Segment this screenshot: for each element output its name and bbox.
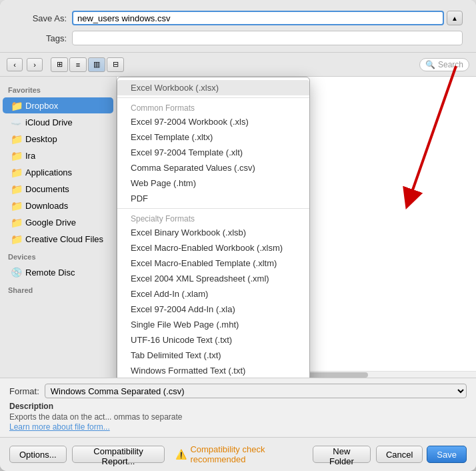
top-bar: Save As: ▲ Tags: — [0, 0, 476, 53]
folder-icon: 📁 — [11, 200, 21, 211]
bottom-area: Format: Windows Comma Separated (.csv) D… — [0, 378, 476, 437]
new-folder-button[interactable]: New Folder — [313, 446, 371, 463]
sidebar-item-icloud[interactable]: ☁️ iCloud Drive — [3, 114, 113, 130]
warning-icon: ⚠️ — [175, 449, 187, 460]
sidebar-item-applications[interactable]: 📁 Applications — [3, 164, 113, 180]
description-label: Description — [9, 402, 53, 411]
dropdown-item[interactable]: PDF — [117, 191, 309, 206]
compatibility-message: ⚠️ Compatibility check recommended — [175, 444, 301, 464]
compatibility-report-button[interactable]: Compatibility Report... — [72, 446, 165, 463]
compatibility-text: Compatibility check recommended — [190, 444, 301, 464]
dropdown-item[interactable]: Excel 2004 XML Spreadsheet (.xml) — [117, 271, 309, 286]
search-box[interactable]: 🔍 Search — [419, 58, 469, 71]
sidebar-item-label: Downloads — [25, 201, 68, 211]
tags-input[interactable] — [72, 31, 463, 45]
format-dropdown: Excel Workbook (.xlsx) Common Formats Ex… — [117, 77, 310, 378]
view-list-button[interactable]: ≡ — [69, 57, 87, 72]
sidebar-item-desktop[interactable]: 📁 Desktop — [3, 131, 113, 147]
folder-icon: 📁 — [11, 217, 21, 227]
description-text: Exports the data on the act... ommas to … — [9, 412, 467, 422]
view-col-button[interactable]: ▥ — [88, 57, 105, 72]
sidebar-item-google-drive[interactable]: 📁 Google Drive — [3, 214, 113, 230]
cancel-save-group: Cancel Save — [376, 446, 467, 463]
sidebar-item-remote-disc[interactable]: 💿 Remote Disc — [3, 264, 113, 280]
dropdown-item[interactable]: Excel Template (.xltx) — [117, 129, 309, 145]
format-label: Format: — [9, 386, 39, 396]
folder-icon: 📁 — [11, 100, 21, 111]
cloud-icon: ☁️ — [11, 117, 21, 127]
dropdown-header-item[interactable]: Excel Workbook (.xlsx) — [117, 80, 309, 95]
middle-section: ‹ › ⊞ ≡ ▥ ⊟ 🔍 Search Favorites 📁 Dropbox… — [0, 53, 476, 378]
sidebar-section-favorites: Favorites — [0, 81, 116, 97]
dropdown-item[interactable]: Excel 97-2004 Template (.xlt) — [117, 145, 309, 160]
dropdown-item[interactable]: Web Page (.htm) — [117, 175, 309, 191]
separator — [117, 208, 309, 209]
dropdown-item[interactable]: Excel Binary Workbook (.xlsb) — [117, 225, 309, 240]
sidebar-section-shared: Shared — [0, 281, 116, 297]
sidebar-item-label: Desktop — [25, 134, 57, 144]
sidebar-item-creative-cloud[interactable]: 📁 Creative Cloud Files — [3, 231, 113, 247]
back-button[interactable]: ‹ — [7, 58, 23, 71]
folder-icon: 📁 — [11, 183, 21, 194]
learn-more-link[interactable]: Learn more about file form... — [9, 422, 110, 432]
dropdown-item[interactable]: Excel 97-2004 Add-In (.xla) — [117, 302, 309, 317]
bottom-buttons: Options... Compatibility Report... ⚠️ Co… — [0, 437, 476, 471]
search-icon: 🔍 — [425, 60, 435, 69]
dropdown-item[interactable]: Windows Formatted Text (.txt) — [117, 363, 309, 378]
dropdown-item[interactable]: UTF-16 Unicode Text (.txt) — [117, 332, 309, 348]
tags-label: Tags: — [13, 33, 67, 43]
save-as-row: Save As: ▲ — [13, 11, 463, 25]
view-buttons: ⊞ ≡ ▥ ⊟ — [51, 57, 124, 72]
save-as-label: Save As: — [13, 13, 67, 23]
separator — [117, 97, 309, 98]
disc-icon: 💿 — [11, 267, 21, 278]
dropdown-item[interactable]: Excel Add-In (.xlam) — [117, 286, 309, 302]
save-dialog: Save As: ▲ Tags: ‹ › ⊞ ≡ ▥ ⊟ 🔍 Search — [0, 0, 476, 471]
save-button[interactable]: Save — [427, 446, 467, 463]
view-icon-button[interactable]: ⊞ — [51, 57, 68, 72]
dropdown-item[interactable]: Excel Macro-Enabled Template (.xltm) — [117, 256, 309, 271]
sidebar-item-downloads[interactable]: 📁 Downloads — [3, 197, 113, 213]
sidebar-item-label: Ira — [25, 151, 35, 161]
dropdown-item[interactable]: Comma Separated Values (.csv) — [117, 160, 309, 175]
forward-button[interactable]: › — [27, 58, 43, 71]
dropdown-item[interactable]: Single File Web Page (.mht) — [117, 317, 309, 332]
sidebar-item-documents[interactable]: 📁 Documents — [3, 181, 113, 197]
view-flow-button[interactable]: ⊟ — [107, 57, 124, 72]
cancel-button[interactable]: Cancel — [376, 446, 423, 463]
dropdown-item[interactable]: Excel Macro-Enabled Workbook (.xlsm) — [117, 240, 309, 256]
sidebar-item-ira[interactable]: 📁 Ira — [3, 147, 113, 163]
sidebar-item-label: Applications — [25, 167, 72, 177]
format-row: Format: Windows Comma Separated (.csv) — [9, 384, 467, 398]
folder-icon: 📁 — [11, 133, 21, 144]
dropdown-item[interactable]: Tab Delimited Text (.txt) — [117, 348, 309, 363]
dropdown-section-common: Common Formats — [117, 100, 309, 114]
sidebar-item-label: Creative Cloud Files — [25, 234, 103, 244]
folder-icon: 📁 — [11, 167, 21, 177]
dropdown-item[interactable]: Excel 97-2004 Workbook (.xls) — [117, 114, 309, 129]
sidebar-item-label: Documents — [25, 184, 69, 194]
toolbar: ‹ › ⊞ ≡ ▥ ⊟ 🔍 Search — [0, 53, 476, 77]
expand-button[interactable]: ▲ — [447, 11, 463, 25]
folder-icon: 📁 — [11, 150, 21, 161]
dropdown-section-specialty: Specialty Formats — [117, 211, 309, 225]
search-text: Search — [438, 60, 463, 69]
sidebar-item-label: iCloud Drive — [25, 117, 73, 127]
sidebar-item-label: Dropbox — [25, 101, 58, 111]
sidebar-section-devices: Devices — [0, 248, 116, 264]
sidebar-item-label: Google Drive — [25, 217, 76, 227]
format-select[interactable]: Windows Comma Separated (.csv) — [45, 384, 467, 398]
sidebar-item-label: Remote Disc — [25, 268, 75, 278]
options-button[interactable]: Options... — [9, 446, 67, 463]
description-section: Description Exports the data on the act.… — [9, 401, 467, 432]
folder-icon: 📁 — [11, 233, 21, 244]
tags-row: Tags: — [13, 31, 463, 45]
sidebar: Favorites 📁 Dropbox ☁️ iCloud Drive 📁 De… — [0, 53, 117, 378]
sidebar-item-dropbox[interactable]: 📁 Dropbox — [3, 97, 113, 113]
save-as-input[interactable] — [72, 11, 444, 25]
